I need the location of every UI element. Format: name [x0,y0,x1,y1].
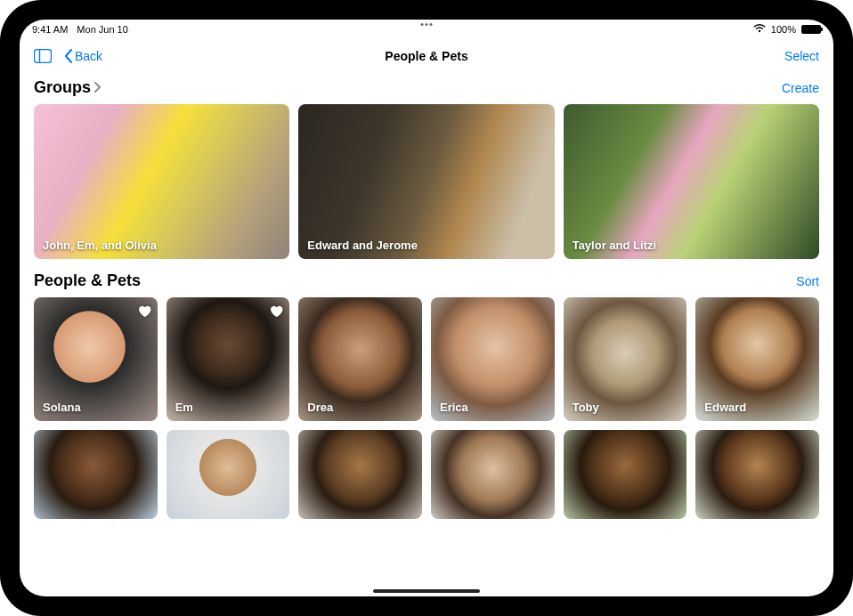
nav-bar: Back People & Pets Select [20,39,833,73]
person-card[interactable] [431,430,555,519]
person-thumbnail [34,430,158,519]
svg-rect-0 [35,50,52,63]
group-card[interactable]: Edward and Jerome [298,104,554,259]
battery-icon [801,25,821,34]
group-thumbnail [564,104,819,259]
group-card[interactable]: John, Em, and Olivia [34,104,289,259]
favorite-heart-icon [136,303,152,319]
select-button[interactable]: Select [784,49,819,63]
person-card[interactable] [298,430,422,519]
multitask-dots-icon[interactable] [421,23,433,26]
create-group-button[interactable]: Create [782,81,819,95]
page-title: People & Pets [385,49,467,63]
person-thumbnail [167,430,290,519]
group-thumbnail [34,104,289,259]
back-button[interactable]: Back [64,49,102,63]
group-label: Edward and Jerome [307,239,418,252]
groups-heading-label: Groups [34,78,91,97]
favorite-heart-icon [268,303,284,319]
status-time: 9:41 AM [32,24,68,35]
person-thumbnail [298,430,422,519]
person-card[interactable]: Solana [34,297,158,421]
person-thumbnail [695,430,819,519]
sort-button[interactable]: Sort [796,274,819,288]
chevron-left-icon [64,49,73,63]
person-card[interactable] [167,430,290,519]
chevron-right-icon [94,81,102,95]
people-heading-label: People & Pets [34,272,141,290]
group-label: Taylor and Litzi [573,239,656,252]
status-date: Mon Jun 10 [77,24,127,35]
group-card[interactable]: Taylor and Litzi [564,104,819,259]
home-indicator[interactable] [373,589,480,593]
person-thumbnail [431,430,555,519]
person-label: Erica [440,401,468,414]
person-card[interactable]: Toby [564,297,687,421]
content-scroll[interactable]: Groups Create John, Em, and Olivia Edwar… [20,73,833,596]
groups-heading[interactable]: Groups [34,78,102,97]
person-label: Toby [573,401,599,414]
people-heading: People & Pets [34,272,141,290]
person-label: Em [175,401,193,414]
person-card[interactable]: Edward [695,297,819,421]
person-label: Solana [43,401,81,414]
person-label: Edward [704,401,746,414]
sidebar-toggle-icon[interactable] [34,49,52,63]
person-card[interactable]: Erica [431,297,555,421]
person-card[interactable] [695,430,819,519]
status-bar: 9:41 AM Mon Jun 10 100% [20,20,833,39]
group-thumbnail [298,104,554,259]
person-card[interactable] [34,430,158,519]
battery-pct: 100% [771,24,796,35]
back-label: Back [75,49,102,63]
person-thumbnail [564,430,687,519]
person-card[interactable] [564,430,687,519]
person-label: Drea [307,401,333,414]
group-label: John, Em, and Olivia [43,239,157,252]
person-card[interactable]: Em [167,297,290,421]
wifi-icon [753,24,766,35]
person-card[interactable]: Drea [298,297,422,421]
